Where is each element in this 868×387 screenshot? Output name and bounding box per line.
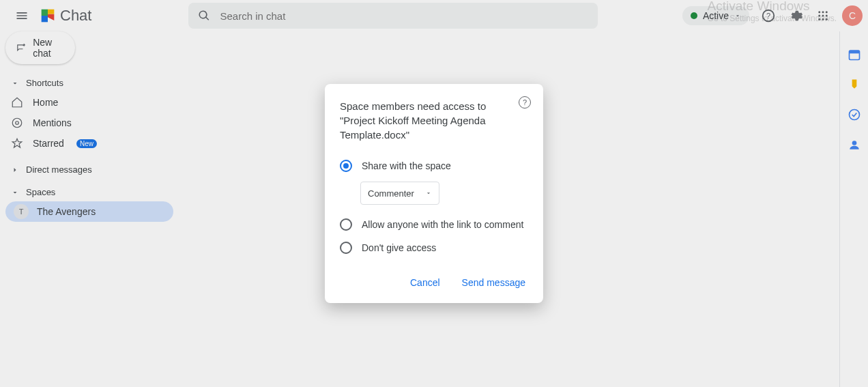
radio-link-comment[interactable]: Allow anyone with the link to comment bbox=[340, 213, 528, 236]
radio-icon bbox=[340, 242, 352, 254]
radio-no-access[interactable]: Don't give access bbox=[340, 236, 528, 259]
radio-icon bbox=[340, 218, 352, 231]
radio-share-space[interactable]: Share with the space bbox=[340, 154, 528, 177]
cancel-button[interactable]: Cancel bbox=[407, 272, 443, 293]
select-value: Commenter bbox=[368, 188, 414, 199]
dropdown-arrow-icon bbox=[425, 190, 432, 197]
send-message-button[interactable]: Send message bbox=[459, 272, 528, 293]
radio-label: Allow anyone with the link to comment bbox=[362, 219, 523, 230]
dialog-help-button[interactable]: ? bbox=[519, 96, 531, 109]
permission-select[interactable]: Commenter bbox=[360, 182, 439, 205]
dialog-title: Space members need access to "Project Ki… bbox=[340, 99, 528, 142]
radio-label: Don't give access bbox=[362, 242, 436, 253]
modal-scrim: ? Space members need access to "Project … bbox=[0, 0, 868, 387]
share-dialog: ? Space members need access to "Project … bbox=[325, 84, 543, 303]
radio-label: Share with the space bbox=[362, 160, 451, 171]
radio-icon bbox=[340, 160, 352, 172]
